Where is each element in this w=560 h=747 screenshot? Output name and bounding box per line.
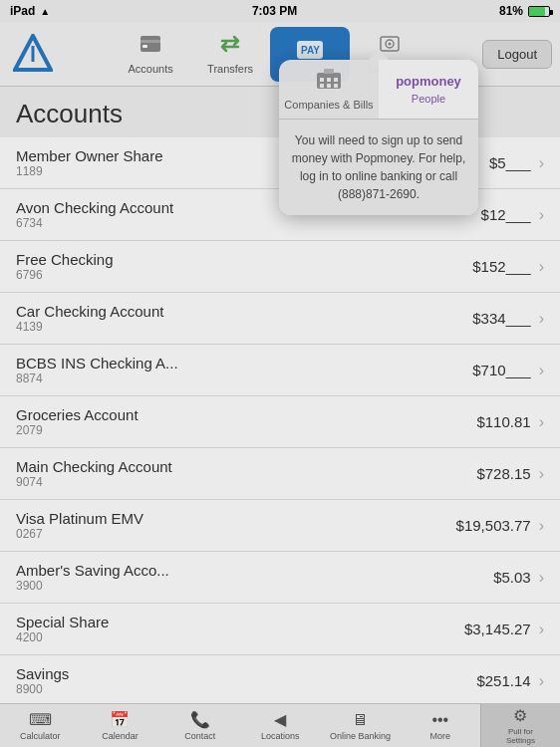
account-number: 6734 [16,216,481,230]
dropdown-message: You will need to sign up to send money w… [291,131,466,203]
pay-dropdown-popup: Companies & Bills popmoney People You wi… [279,60,478,215]
chevron-right-icon: › [539,465,544,483]
account-balance: $5___ [489,154,531,171]
account-number: 6796 [16,268,472,282]
account-balance: $110.81 [476,413,530,430]
account-balance: $5.03 [493,569,531,586]
bottom-tab-calculator-label: Calculator [20,731,61,741]
popmoney-logo: popmoney [396,74,461,89]
accounts-icon [140,33,161,60]
account-name: Savings [16,665,476,682]
bottom-bar: ⌨ Calculator 📅 Calendar 📞 Contact ◀ Loca… [0,703,560,747]
bottom-tab-banking[interactable]: 🖥 Online Banking [320,704,400,747]
svg-rect-17 [334,84,338,88]
account-info: Main Checking Account 9074 [16,458,476,489]
account-number: 9074 [16,475,476,489]
svg-rect-4 [142,45,147,48]
account-info: BCBS INS Checking A... 8874 [16,355,472,385]
account-name: Visa Platinum EMV [16,510,456,527]
bottom-tab-calendar-label: Calendar [102,731,139,741]
battery-icon [528,6,550,17]
account-row[interactable]: Amber's Saving Acco... 3900 $5.03 › [0,552,560,604]
chevron-right-icon: › [539,413,544,431]
account-balance: $251.14 [476,672,530,689]
account-balance: $152___ [472,258,530,275]
contact-icon: 📞 [190,710,210,729]
account-number: 2079 [16,423,476,437]
account-info: Visa Platinum EMV 0267 [16,510,456,541]
bottom-tab-banking-label: Online Banking [330,731,391,741]
account-info: Amber's Saving Acco... 3900 [16,562,493,593]
locations-icon: ◀ [274,710,286,729]
svg-text:PAY: PAY [301,45,320,56]
tab-accounts-label: Accounts [128,63,172,75]
chevron-right-icon: › [539,362,544,379]
account-number: 4139 [16,320,472,334]
account-info: Savings 8900 [16,665,476,696]
people-label: People [412,93,445,105]
account-row[interactable]: Car Checking Account 4139 $334___ › [0,293,560,345]
companies-label: Companies & Bills [284,99,373,111]
bottom-tab-contact[interactable]: 📞 Contact [160,704,240,747]
chevron-right-icon: › [539,569,544,587]
bottom-tab-calculator[interactable]: ⌨ Calculator [0,704,80,747]
account-name: Main Checking Account [16,458,476,475]
account-info: Free Checking 6796 [16,251,472,282]
settings-icon: ⚙ [513,706,527,725]
account-row[interactable]: Groceries Account 2079 $110.81 › [0,396,560,448]
account-name: Special Share [16,614,464,630]
chevron-right-icon: › [539,517,544,535]
svg-rect-15 [320,84,324,88]
bottom-tab-settings-label: Pull for Settings [506,727,535,745]
account-number: 8874 [16,372,472,385]
companies-icon [316,68,342,95]
tab-transfers[interactable]: Transfers [190,27,270,82]
account-info: Special Share 4200 [16,614,464,644]
account-row[interactable]: Savings 8900 $251.14 › [0,655,560,703]
account-number: 4200 [16,630,464,644]
account-number: 8900 [16,682,476,696]
wifi-icon [40,4,50,18]
bottom-tab-more-label: More [430,731,451,741]
bottom-tab-locations[interactable]: ◀ Locations [240,704,320,747]
account-info: Groceries Account 2079 [16,406,476,437]
bottom-tab-calendar[interactable]: 📅 Calendar [80,704,159,747]
carrier-label: iPad [10,4,35,18]
dropdown-content: You will need to sign up to send money w… [279,120,478,215]
account-balance: $710___ [472,362,530,378]
dropdown-tabs: Companies & Bills popmoney People [279,60,478,120]
svg-rect-16 [327,84,331,88]
account-balance: $3,145.27 [464,621,531,637]
account-balance: $12___ [481,206,531,223]
svg-point-9 [389,43,392,46]
chevron-right-icon: › [539,206,544,224]
tab-transfers-label: Transfers [207,63,253,75]
account-number: 3900 [16,579,493,593]
account-row[interactable]: BCBS INS Checking A... 8874 $710___ › [0,345,560,396]
chevron-right-icon: › [539,154,544,172]
account-name: BCBS INS Checking A... [16,355,472,372]
bottom-tab-more[interactable]: ••• More [401,704,480,747]
dropdown-tab-people[interactable]: popmoney People [379,60,478,119]
chevron-right-icon: › [539,672,544,690]
logout-button[interactable]: Logout [482,40,552,69]
dropdown-tab-companies[interactable]: Companies & Bills [279,60,379,119]
svg-rect-11 [324,69,334,74]
account-balance: $728.15 [476,465,530,482]
svg-rect-3 [140,40,160,43]
bottom-tab-settings[interactable]: ⚙ Pull for Settings [480,704,560,747]
battery-percent: 81% [499,4,523,18]
calendar-icon: 📅 [110,710,130,729]
account-name: Car Checking Account [16,303,472,320]
tab-accounts[interactable]: Accounts [111,27,190,82]
account-name: Groceries Account [16,406,476,423]
chevron-right-icon: › [539,621,544,638]
account-row[interactable]: Special Share 4200 $3,145.27 › [0,604,560,655]
status-left: iPad [10,4,50,18]
transfers-icon [218,33,242,60]
account-row[interactable]: Free Checking 6796 $152___ › [0,241,560,293]
status-right: 81% [499,4,550,18]
account-row[interactable]: Main Checking Account 9074 $728.15 › [0,448,560,500]
account-row[interactable]: Visa Platinum EMV 0267 $19,503.77 › [0,500,560,552]
account-name: Amber's Saving Acco... [16,562,493,579]
